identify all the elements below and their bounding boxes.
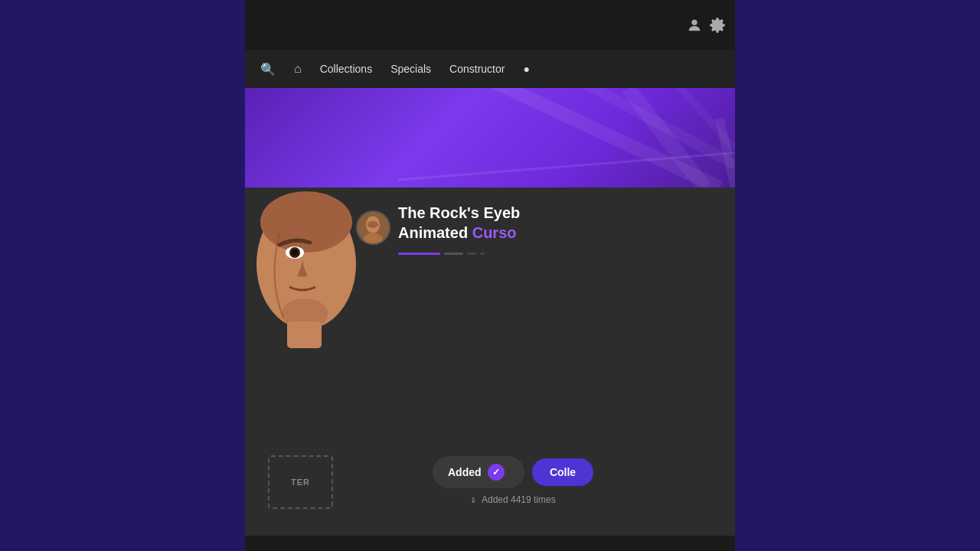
avatar-svg	[358, 210, 389, 245]
rays-decoration	[245, 88, 735, 187]
collect-label: Colle	[550, 466, 576, 478]
buttons-row: Added ✓ Colle	[433, 456, 593, 488]
rock-face-illustration	[245, 180, 364, 348]
search-icon[interactable]: 🔍	[260, 62, 276, 77]
profile-icon[interactable]	[686, 17, 703, 34]
main-content: 🔍 ⌂ Collections Specials Constructor ●	[245, 0, 735, 551]
right-panel	[735, 0, 980, 551]
added-label: Added	[448, 466, 482, 478]
progress-dots	[398, 253, 485, 255]
title-plain: Animated	[398, 224, 472, 241]
svg-point-17	[368, 221, 379, 228]
nav-bar: 🔍 ⌂ Collections Specials Constructor ●	[245, 50, 735, 88]
product-title-line2: Animated Curso	[398, 223, 735, 243]
product-title-line1: The Rock's Eyeb	[398, 203, 735, 223]
nav-specials[interactable]: Specials	[390, 63, 431, 75]
hero-banner	[245, 88, 735, 187]
download-icon: ⇓	[470, 496, 476, 504]
progress-dot-2[interactable]	[444, 253, 463, 255]
avatar-small	[356, 210, 390, 245]
check-icon: ✓	[488, 464, 505, 481]
svg-point-12	[292, 249, 298, 256]
top-bar	[245, 0, 735, 50]
home-icon[interactable]: ⌂	[294, 62, 302, 76]
bottom-bar	[245, 536, 735, 551]
nav-constructor[interactable]: Constructor	[449, 63, 505, 75]
svg-point-16	[363, 233, 383, 245]
progress-dot-3[interactable]	[467, 253, 476, 255]
progress-dot-1[interactable]	[398, 253, 440, 255]
rock-face-svg	[245, 180, 364, 348]
added-count-text: ⇓ Added 4419 times	[470, 494, 555, 505]
svg-point-0	[691, 19, 697, 24]
title-area: The Rock's Eyeb Animated Curso	[398, 203, 735, 243]
nav-more[interactable]: ●	[523, 63, 529, 75]
svg-rect-14	[287, 321, 322, 348]
action-area: Added ✓ Colle ⇓ Added 4419 times	[245, 456, 735, 505]
nav-collections[interactable]: Collections	[320, 63, 372, 75]
progress-dot-4[interactable]	[480, 253, 485, 255]
count-text: Added 4419 times	[482, 494, 556, 505]
left-panel	[0, 0, 245, 551]
hero-area: The Rock's Eyeb Animated Curso TER Added…	[245, 187, 735, 551]
collect-button[interactable]: Colle	[532, 458, 593, 486]
settings-icon[interactable]	[709, 17, 726, 34]
added-button[interactable]: Added ✓	[433, 456, 524, 488]
title-accent: Curso	[472, 224, 517, 241]
